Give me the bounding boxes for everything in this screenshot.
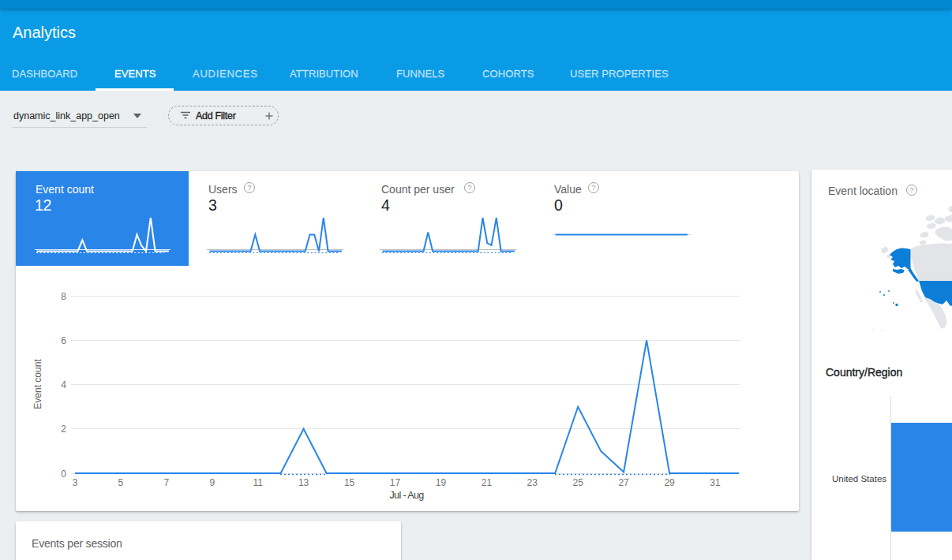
svg-text:8: 8 [61,291,66,302]
svg-text:11: 11 [253,477,263,488]
svg-text:31: 31 [710,477,721,488]
svg-text:15: 15 [344,477,355,488]
svg-text:4: 4 [61,379,66,390]
svg-text:Event count: Event count [32,359,43,409]
svg-text:7: 7 [164,477,170,488]
svg-text:21: 21 [482,477,493,488]
svg-text:27: 27 [618,477,629,488]
svg-text:5: 5 [118,477,124,488]
svg-text:19: 19 [436,477,447,488]
svg-text:25: 25 [573,477,584,488]
svg-text:23: 23 [527,477,538,488]
svg-text:29: 29 [664,477,675,488]
svg-text:9: 9 [209,477,215,488]
svg-text:Jul - Aug: Jul - Aug [389,490,424,501]
svg-text:3: 3 [73,477,78,488]
svg-text:13: 13 [298,477,309,488]
svg-text:17: 17 [390,477,401,488]
svg-text:0: 0 [61,469,66,480]
svg-text:2: 2 [61,424,66,435]
svg-text:6: 6 [61,335,66,346]
